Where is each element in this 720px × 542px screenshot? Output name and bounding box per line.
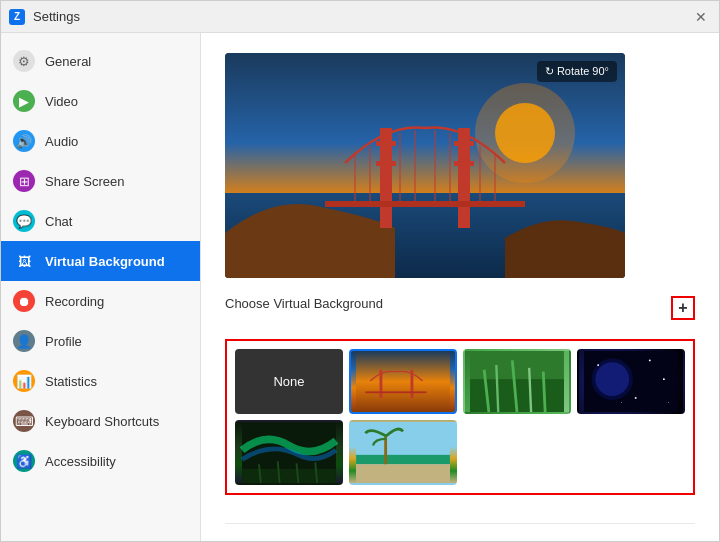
- sidebar-item-label-profile: Profile: [45, 334, 82, 349]
- keyboard-icon: ⌨: [13, 410, 35, 432]
- statistics-icon: 📊: [13, 370, 35, 392]
- profile-icon: 👤: [13, 330, 35, 352]
- chat-icon: 💬: [13, 210, 35, 232]
- sidebar-item-sharescreen[interactable]: ⊞Share Screen: [1, 161, 200, 201]
- green-screen-label[interactable]: I have a green screen: [245, 540, 371, 541]
- sidebar-item-profile[interactable]: 👤Profile: [1, 321, 200, 361]
- backgrounds-section: Choose Virtual Background + None: [225, 296, 695, 495]
- svg-point-37: [668, 402, 669, 403]
- sidebar-item-label-vbg: Virtual Background: [45, 254, 165, 269]
- mirror-label[interactable]: Mirror my video: [435, 540, 525, 541]
- vbg-icon: 🖼: [13, 250, 35, 272]
- svg-rect-19: [356, 351, 450, 412]
- sidebar-item-label-statistics: Statistics: [45, 374, 97, 389]
- svg-point-38: [621, 402, 622, 403]
- sidebar-item-label-audio: Audio: [45, 134, 78, 149]
- svg-rect-22: [365, 391, 426, 393]
- sidebar-item-label-general: General: [45, 54, 91, 69]
- svg-rect-40: [242, 469, 336, 483]
- recording-icon: ⏺: [13, 290, 35, 312]
- preview-image: ↻ Rotate 90°: [225, 53, 625, 278]
- accessibility-icon: ♿: [13, 450, 35, 472]
- sidebar-item-accessibility[interactable]: ♿Accessibility: [1, 441, 200, 481]
- svg-point-33: [597, 364, 599, 366]
- sharescreen-icon: ⊞: [13, 170, 35, 192]
- bg-beach[interactable]: [349, 420, 457, 485]
- audio-icon: 🔊: [13, 130, 35, 152]
- add-background-button[interactable]: +: [671, 296, 695, 320]
- sidebar-item-label-recording: Recording: [45, 294, 104, 309]
- bg-aurora[interactable]: [235, 420, 343, 485]
- bg-none[interactable]: None: [235, 349, 343, 414]
- green-screen-checkbox[interactable]: [225, 541, 239, 542]
- svg-rect-6: [376, 141, 396, 146]
- window-title: Settings: [33, 9, 691, 24]
- rotate-button[interactable]: ↻ Rotate 90°: [537, 61, 617, 82]
- svg-point-35: [663, 378, 665, 380]
- svg-line-29: [543, 372, 545, 412]
- general-icon: ⚙: [13, 50, 35, 72]
- preview-container: ↻ Rotate 90°: [225, 53, 625, 278]
- choose-label: Choose Virtual Background: [225, 296, 695, 311]
- green-screen-option: I have a green screen ?: [225, 540, 391, 541]
- svg-point-36: [635, 397, 637, 399]
- mirror-option: Mirror my video: [415, 540, 525, 541]
- svg-rect-46: [356, 455, 450, 464]
- background-grid: None: [225, 339, 695, 495]
- svg-rect-7: [376, 161, 396, 166]
- bg-bridge[interactable]: [349, 349, 457, 414]
- sidebar-item-video[interactable]: ▶Video: [1, 81, 200, 121]
- content-area: ↻ Rotate 90° Choose Virtual Background +…: [201, 33, 719, 541]
- bg-none-label: None: [273, 374, 304, 389]
- sidebar-item-label-keyboard: Keyboard Shortcuts: [45, 414, 159, 429]
- help-icon[interactable]: ?: [377, 541, 391, 542]
- bg-grass[interactable]: [463, 349, 571, 414]
- svg-point-2: [475, 83, 575, 183]
- sidebar-item-vbg[interactable]: 🖼Virtual Background: [1, 241, 200, 281]
- sidebar-item-recording[interactable]: ⏺Recording: [1, 281, 200, 321]
- mirror-checkbox[interactable]: [415, 541, 429, 542]
- sidebar-item-label-sharescreen: Share Screen: [45, 174, 125, 189]
- sidebar-item-label-accessibility: Accessibility: [45, 454, 116, 469]
- sidebar-item-label-chat: Chat: [45, 214, 72, 229]
- close-button[interactable]: ✕: [691, 7, 711, 27]
- titlebar: Z Settings ✕: [1, 1, 719, 33]
- sidebar-item-keyboard[interactable]: ⌨Keyboard Shortcuts: [1, 401, 200, 441]
- sidebar-item-chat[interactable]: 💬Chat: [1, 201, 200, 241]
- sidebar: ⚙General▶Video🔊Audio⊞Share Screen💬Chat🖼V…: [1, 33, 201, 541]
- svg-point-34: [649, 359, 651, 361]
- svg-rect-47: [356, 464, 450, 483]
- svg-rect-48: [384, 436, 387, 464]
- sidebar-item-audio[interactable]: 🔊Audio: [1, 121, 200, 161]
- sidebar-item-statistics[interactable]: 📊Statistics: [1, 361, 200, 401]
- sidebar-item-general[interactable]: ⚙General: [1, 41, 200, 81]
- bottom-options: I have a green screen ? Mirror my video: [225, 523, 695, 541]
- svg-rect-8: [454, 141, 474, 146]
- sidebar-item-label-video: Video: [45, 94, 78, 109]
- video-icon: ▶: [13, 90, 35, 112]
- bg-space[interactable]: [577, 349, 685, 414]
- main-layout: ⚙General▶Video🔊Audio⊞Share Screen💬Chat🖼V…: [1, 33, 719, 541]
- app-icon: Z: [9, 9, 25, 25]
- svg-rect-9: [454, 161, 474, 166]
- svg-rect-10: [325, 201, 525, 207]
